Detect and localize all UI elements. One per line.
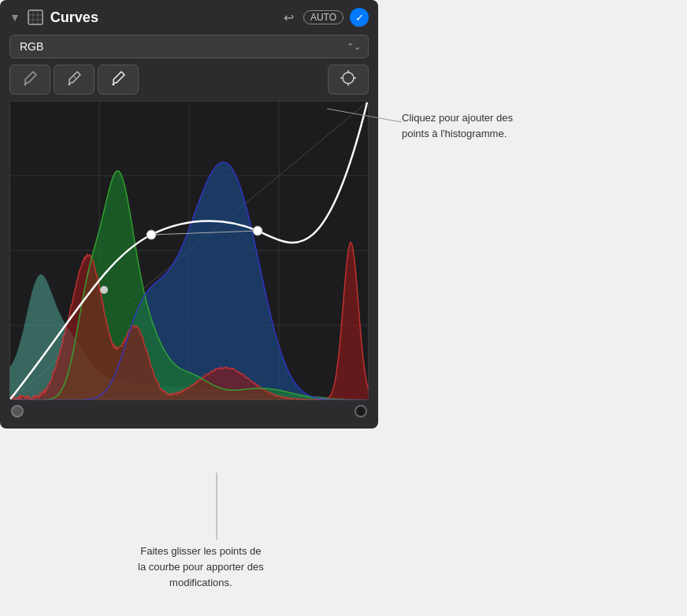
- white-eyedropper-button[interactable]: [98, 65, 139, 95]
- curves-icon: [27, 9, 44, 26]
- svg-point-8: [113, 83, 115, 85]
- histogram-chart[interactable]: [9, 101, 369, 400]
- left-slider-dot[interactable]: [11, 405, 24, 417]
- tools-row: [9, 65, 369, 95]
- channel-select[interactable]: RGB Red Green Blue Luminance: [9, 35, 369, 58]
- right-slider-dot[interactable]: [355, 405, 367, 417]
- curves-panel: ▼ Curves ↩ AUTO ✓ RGB Red Green Blue Lum…: [0, 0, 378, 429]
- bottom-sliders: [9, 400, 369, 419]
- collapse-chevron-icon[interactable]: ▼: [9, 11, 20, 24]
- check-icon: ✓: [355, 12, 364, 24]
- crosshair-icon: [339, 69, 358, 91]
- svg-line-7: [73, 76, 76, 79]
- confirm-button[interactable]: ✓: [350, 8, 369, 27]
- svg-point-6: [69, 83, 71, 85]
- white-eyedropper-icon: [110, 69, 127, 91]
- add-point-button[interactable]: [328, 65, 369, 95]
- gray-eyedropper-button[interactable]: [54, 65, 95, 95]
- svg-point-9: [343, 72, 354, 83]
- channel-select-row: RGB Red Green Blue Luminance: [9, 35, 369, 58]
- channel-select-wrapper: RGB Red Green Blue Luminance: [9, 35, 369, 58]
- black-eyedropper-button[interactable]: [9, 65, 50, 95]
- svg-rect-0: [28, 10, 43, 24]
- auto-button[interactable]: AUTO: [303, 10, 344, 24]
- gray-eyedropper-icon: [65, 69, 83, 91]
- svg-point-5: [24, 83, 27, 85]
- panel-header: ▼ Curves ↩ AUTO ✓: [9, 8, 369, 27]
- curve-drag-callout-text: Faites glisser les points dela courbe po…: [138, 544, 264, 591]
- undo-button[interactable]: ↩: [280, 9, 297, 27]
- histogram-callout-text: Cliquez pour ajouter despoints à l'histo…: [402, 110, 513, 142]
- black-eyedropper-icon: [21, 69, 39, 91]
- panel-title: Curves: [50, 9, 274, 26]
